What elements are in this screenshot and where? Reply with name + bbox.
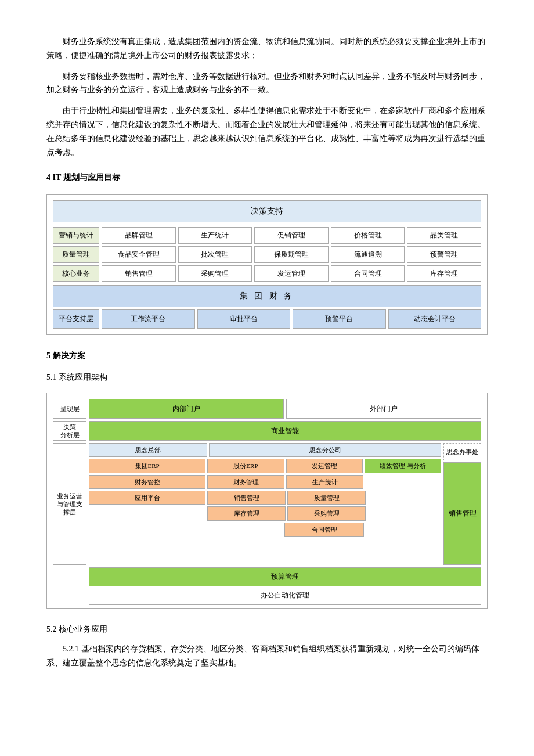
distribution: 发运管理 [286,459,363,473]
d1-row2: 质量管理 食品安全管理 批次管理 保质期管理 流通追溯 预警管理 [53,246,481,263]
d1-r2-c3: 保质期管理 [254,246,329,263]
d1-r2-c1: 食品安全管理 [102,246,176,263]
d1-decision: 决策支持 [53,200,481,222]
siqi-office: 思念办事处 [443,443,481,460]
d1-r1-c3: 促销管理 [254,227,329,244]
section4-title: 4 IT 规划与应用目标 [46,171,488,185]
siqi-hq: 思念总部 [89,443,207,457]
warehouse-mgt: 库存管理 [207,506,286,520]
d1-r3-c2: 采购管理 [178,265,252,282]
paragraph-1: 财务业务系统没有真正集成，造成集团范围内的资金流、物流和信息流协同。同时新的系统… [46,35,488,63]
d1-r2-c4: 流通追溯 [331,246,405,263]
budget-mgt: 预算管理 [89,567,481,586]
d1-r2-c5: 预警管理 [407,246,481,263]
quality-mgt: 质量管理 [287,491,366,505]
layer-empty2 [53,586,86,602]
d1-finance: 集 团 财 务 [53,285,481,307]
performance: 绩效管理 与分析 [365,459,441,473]
section5-title: 5 解决方案 [46,349,488,363]
d1-row3: 核心业务 销售管理 采购管理 发运管理 合同管理 库存管理 [53,265,481,282]
finance-ctrl: 财务管控 [89,475,205,489]
office-auto: 办公自动化管理 [89,586,481,604]
d1-p-label: 平台支持层 [53,309,99,328]
d1-r1-c4: 价格管理 [331,227,405,244]
procurement: 采购管理 [287,506,366,520]
d1-platform-row: 平台支持层 工作流平台 审批平台 预警平台 动态会计平台 [53,309,481,328]
layer-decision: 决策分析层 [53,421,86,441]
diagram2-system-arch: 呈现层 决策分析层 业务运营与管理支撑层 内部门户 外部门户 商业智能 [46,393,488,609]
external-portal: 外部门户 [286,399,481,419]
layer-empty1 [53,567,86,584]
bi-layer: 商业智能 [89,421,481,441]
section52-subtitle: 5.2 核心业务应用 [46,622,488,636]
share-erp: 股份ERP [207,459,284,473]
diagram1-it-planning: 决策支持 营销与统计 品牌管理 生产统计 促销管理 价格管理 品类管理 质量管理… [46,194,488,334]
d1-p-c2: 审批平台 [197,309,291,328]
group-erp: 集团ERP [89,459,205,473]
d1-r3-c3: 发运管理 [254,265,329,282]
perf-spacer [365,475,441,489]
layer-present: 呈现层 [53,399,86,419]
d1-row1: 营销与统计 品牌管理 生产统计 促销管理 价格管理 品类管理 [53,227,481,244]
sales-right: 销售管理 [443,462,481,565]
d1-r2-label: 质量管理 [53,246,99,263]
d1-p-c3: 预警平台 [293,309,386,328]
paragraph-2: 财务要稽核业务数据时，需对仓库、业务等数据进行核对。但业务和财务对时点认同差异，… [46,70,488,98]
d1-r1-c1: 品牌管理 [102,227,176,244]
fin-mgt: 财务管理 [207,475,284,489]
d1-r3-c1: 销售管理 [102,265,176,282]
section51-subtitle: 5.1 系统应用架构 [46,370,488,384]
d1-p-c4: 动态会计平台 [388,309,482,328]
app-platform: 应用平台 [89,491,205,505]
d1-p-c1: 工作流平台 [102,309,195,328]
paragraph-521: 5.2.1 基础档案内的存货档案、存货分类、地区分类、客商档案和销售组织档案获得… [46,642,488,670]
d1-r2-c2: 批次管理 [178,246,252,263]
d1-r1-label: 营销与统计 [53,227,99,244]
layer-business: 业务运营与管理支撑层 [53,443,86,565]
contract-mgt: 合同管理 [284,523,365,537]
d1-r3-c5: 库存管理 [407,265,481,282]
production: 生产统计 [286,475,363,489]
paragraph-3: 由于行业特性和集团管理需要，业务的复杂性、多样性使得信息化需求处于不断变化中，在… [46,104,488,159]
d1-r3-c4: 合同管理 [331,265,405,282]
d1-r3-label: 核心业务 [53,265,99,282]
siqi-branch: 思念分公司 [209,443,441,457]
internal-portal: 内部门户 [89,399,284,419]
sales-mgt: 销售管理 [207,491,286,505]
d1-r1-c5: 品类管理 [407,227,481,244]
d1-r1-c2: 生产统计 [178,227,252,244]
